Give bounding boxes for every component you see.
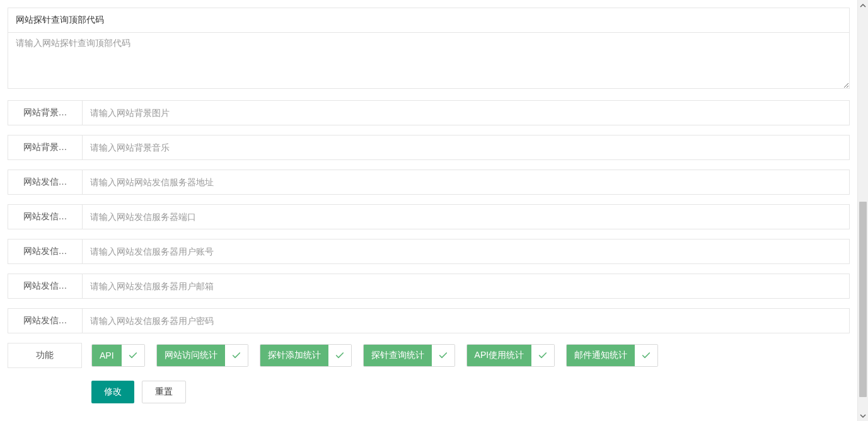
mail-port-field[interactable] xyxy=(82,204,850,229)
reset-button[interactable]: 重置 xyxy=(142,381,186,403)
form-group: 网站发信… xyxy=(8,308,850,333)
toggle-probe-add-stats[interactable]: 探针添加统计 xyxy=(260,344,352,367)
check-icon xyxy=(328,345,351,366)
probe-top-code-label: 网站探针查询顶部代码 xyxy=(8,8,850,32)
input-group: 网站发信… xyxy=(8,204,850,229)
check-icon xyxy=(635,345,657,366)
form-container: 网站探针查询顶部代码 网站背景…网站背景…网站发信…网站发信…网站发信…网站发信… xyxy=(0,0,857,411)
form-group: 网站发信… xyxy=(8,204,850,229)
check-icon xyxy=(122,345,144,366)
scroll-up-arrow[interactable] xyxy=(858,0,868,11)
functions-items: API网站访问统计探针添加统计探针查询统计API使用统计邮件通知统计 xyxy=(91,344,658,367)
field-label: 网站发信… xyxy=(8,274,82,299)
input-group: 网站发信… xyxy=(8,308,850,333)
mail-email-field[interactable] xyxy=(82,274,850,299)
form-group: 网站发信… xyxy=(8,170,850,195)
toggle-probe-query-stats[interactable]: 探针查询统计 xyxy=(363,344,455,367)
form-group: 网站背景… xyxy=(8,100,850,125)
toggle-label: 网站访问统计 xyxy=(157,345,225,366)
check-icon xyxy=(531,345,554,366)
submit-button[interactable]: 修改 xyxy=(91,381,134,403)
mail-password-field[interactable] xyxy=(82,308,850,333)
toggle-api-usage-stats[interactable]: API使用统计 xyxy=(466,344,555,367)
toggle-label: 邮件通知统计 xyxy=(567,345,635,366)
input-group: 网站背景… xyxy=(8,100,850,125)
scroll-down-arrow[interactable] xyxy=(858,410,868,411)
field-label: 网站发信… xyxy=(8,170,82,195)
field-label: 网站背景… xyxy=(8,100,82,125)
bg-music-field[interactable] xyxy=(82,135,850,160)
field-label: 网站发信… xyxy=(8,239,82,264)
form-group: 网站发信… xyxy=(8,239,850,264)
scrollbar-thumb[interactable] xyxy=(859,202,867,397)
toggle-api[interactable]: API xyxy=(91,344,145,367)
probe-top-code-group: 网站探针查询顶部代码 xyxy=(8,8,850,91)
input-group: 网站发信… xyxy=(8,274,850,299)
vertical-scrollbar[interactable] xyxy=(857,0,868,411)
input-group: 网站发信… xyxy=(8,170,850,195)
functions-label: 功能 xyxy=(8,343,82,368)
mail-server-field[interactable] xyxy=(82,170,850,195)
toggle-label: 探针查询统计 xyxy=(364,345,432,366)
form-group: 网站背景… xyxy=(8,135,850,160)
field-label: 网站背景… xyxy=(8,135,82,160)
form-group: 网站发信… xyxy=(8,274,850,299)
field-label: 网站发信… xyxy=(8,308,82,333)
probe-top-code-textarea[interactable] xyxy=(8,32,850,89)
check-icon xyxy=(432,345,454,366)
check-icon xyxy=(225,345,248,366)
bg-image-field[interactable] xyxy=(82,100,850,125)
toggle-label: API xyxy=(92,345,122,366)
toggle-label: 探针添加统计 xyxy=(260,345,328,366)
mail-user-field[interactable] xyxy=(82,239,850,264)
input-group: 网站发信… xyxy=(8,239,850,264)
toggle-visit-stats[interactable]: 网站访问统计 xyxy=(156,344,248,367)
functions-row: 功能 API网站访问统计探针添加统计探针查询统计API使用统计邮件通知统计 xyxy=(8,343,850,368)
button-row: 修改 重置 xyxy=(8,381,850,403)
toggle-label: API使用统计 xyxy=(467,345,532,366)
toggle-mail-notify-stats[interactable]: 邮件通知统计 xyxy=(566,344,658,367)
input-group: 网站背景… xyxy=(8,135,850,160)
field-label: 网站发信… xyxy=(8,204,82,229)
